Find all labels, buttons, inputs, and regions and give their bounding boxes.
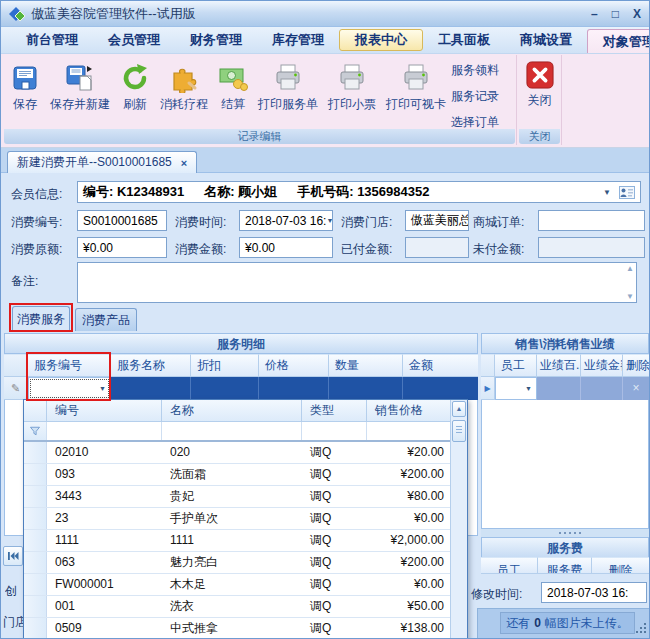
tab-members[interactable]: 会员管理 — [93, 27, 175, 53]
col-perf-percent[interactable]: 业绩百... — [537, 354, 581, 377]
paid-field[interactable] — [405, 237, 469, 258]
tab-mall-settings[interactable]: 商城设置 — [505, 27, 587, 53]
document-tab-bar: 新建消费开单--S0010001685 × — [1, 148, 649, 173]
popup-scrollbar[interactable]: ▲ — [450, 400, 467, 639]
print-receipt-button[interactable]: 打印小票 — [323, 57, 381, 113]
popup-row[interactable]: 02010 020 调Q ¥20.00 — [24, 442, 452, 464]
resize-grip-icon[interactable] — [644, 631, 646, 633]
member-info-field[interactable]: 编号: K12348931 名称: 顾小姐 手机号码: 1356984352 ▼ — [77, 181, 641, 203]
first-record-button[interactable] — [3, 546, 23, 566]
close-form-button[interactable]: 关闭 — [518, 55, 561, 109]
filter-price-cell[interactable] — [367, 422, 452, 440]
remark-textarea[interactable]: ▲ ▼ — [77, 262, 637, 303]
service-grid-title: 服务明细 — [4, 333, 478, 354]
tab-reports[interactable]: 报表中心 — [339, 29, 423, 51]
refresh-button[interactable]: 刷新 — [115, 57, 155, 113]
consume-time-label: 消费时间: — [175, 214, 226, 231]
refresh-icon — [120, 63, 150, 93]
print-service-slip-button[interactable]: 打印服务单 — [253, 57, 323, 113]
service-lookup-popup: 编号 名称 类型 销售价格 02010 020 调Q ¥20.00 09 — [23, 399, 468, 639]
close-window-button[interactable]: X — [633, 6, 641, 22]
order-no-label: 消费编号: — [11, 214, 62, 231]
unpaid-field[interactable] — [538, 237, 645, 258]
col-price[interactable]: 价格 — [259, 354, 329, 377]
print-visual-card-button[interactable]: 打印可视卡 — [381, 57, 451, 113]
popup-row[interactable]: 3443 贵妃 调Q ¥80.00 — [24, 486, 452, 508]
save-and-new-button[interactable]: 保存并新建 — [45, 57, 115, 113]
popup-row[interactable]: 001 洗衣 调Q ¥50.00 — [24, 596, 452, 618]
tab-consume-product[interactable]: 消费产品 — [75, 308, 137, 331]
image-upload-status[interactable]: 还有 0 幅图片未上传。 — [500, 612, 635, 634]
document-tab-close-icon[interactable]: × — [181, 157, 187, 169]
maximize-button[interactable]: □ — [612, 6, 619, 22]
popup-row[interactable]: 093 洗面霜 调Q ¥200.00 — [24, 464, 452, 486]
minimize-button[interactable]: – — [591, 6, 598, 22]
tab-tools[interactable]: 工具面板 — [423, 27, 505, 53]
service-code-editor[interactable]: ▼ — [28, 377, 111, 400]
popup-row[interactable]: 23 手护单次 调Q ¥0.00 — [24, 508, 452, 530]
consume-time-field[interactable]: 2018-07-03 16:▼ — [239, 210, 333, 231]
popup-row[interactable]: 0509 中式推拿 调Q ¥138.00 — [24, 618, 452, 639]
fee-col-employee[interactable]: 员工 — [481, 557, 538, 574]
tab-consume-service[interactable]: 消费服务 — [12, 306, 70, 331]
col-amount[interactable]: 金额 — [403, 354, 478, 377]
member-name-value: 顾小姐 — [238, 184, 277, 199]
service-code-dropdown-icon[interactable]: ▼ — [99, 385, 106, 392]
col-service-code[interactable]: 服务编号 — [28, 354, 111, 377]
amount-field[interactable]: ¥0.00 — [239, 237, 333, 258]
fee-grid-header: 员工 服务费 删除 — [481, 557, 649, 574]
fee-col-service-fee[interactable]: 服务费 — [538, 557, 592, 574]
save-button[interactable]: 保存 — [5, 57, 45, 113]
amount-label: 消费金额: — [175, 241, 226, 258]
tab-object-management[interactable]: 对象管理 — [587, 29, 650, 53]
filter-type-cell[interactable] — [302, 422, 367, 440]
document-tab[interactable]: 新建消费开单--S0010001685 × — [7, 151, 197, 173]
service-record-link[interactable]: 服务记录 — [451, 88, 499, 105]
settle-button[interactable]: 结算 — [213, 57, 253, 113]
col-perf-amount[interactable]: 业绩金额 — [581, 354, 623, 377]
tab-finance[interactable]: 财务管理 — [175, 27, 257, 53]
col-service-name[interactable]: 服务名称 — [111, 354, 191, 377]
orig-amount-field[interactable]: ¥0.00 — [77, 237, 167, 258]
scrollbar-thumb[interactable] — [452, 420, 466, 442]
popup-row[interactable]: 063 魅力亮白 调Q ¥200.00 — [24, 552, 452, 574]
employee-dropdown-icon[interactable]: ▼ — [525, 385, 532, 392]
popup-row[interactable]: 1111 1111 调Q ¥2,000.00 — [24, 530, 452, 552]
scroll-down-icon[interactable]: ▼ — [626, 292, 634, 301]
filter-code-cell[interactable] — [47, 422, 162, 440]
member-no-value: K12348931 — [117, 184, 184, 199]
popup-row[interactable]: FW000001 木木足 调Q ¥0.00 — [24, 574, 452, 596]
delete-row-icon[interactable]: × — [623, 377, 649, 400]
tab-inventory[interactable]: 库存管理 — [257, 27, 339, 53]
ribbon-group-record-edit: 保存 保存并新建 — [3, 55, 517, 145]
mall-order-field[interactable] — [538, 210, 645, 231]
member-dropdown-icon[interactable]: ▼ — [603, 188, 611, 197]
window-title: 傲蓝美容院管理软件--试用版 — [31, 5, 196, 23]
col-delete[interactable]: 删除 — [623, 354, 649, 377]
popup-col-type[interactable]: 类型 — [302, 400, 367, 422]
fee-col-delete[interactable]: 删除 — [592, 557, 649, 574]
consume-course-button[interactable]: 消耗疗程 — [155, 57, 213, 113]
popup-col-price[interactable]: 销售价格 — [367, 400, 452, 422]
app-logo-icon — [9, 6, 25, 22]
title-bar: 傲蓝美容院管理软件--试用版 – □ X — [1, 1, 649, 27]
ribbon: 保存 保存并新建 — [1, 54, 649, 148]
panel-splitter[interactable] — [481, 529, 649, 537]
order-no-field[interactable]: S0010001685 — [77, 210, 167, 231]
service-material-link[interactable]: 服务领料 — [451, 62, 499, 79]
col-qty[interactable]: 数量 — [329, 354, 403, 377]
popup-col-name[interactable]: 名称 — [162, 400, 302, 422]
time-dropdown-icon[interactable]: ▼ — [326, 217, 333, 224]
scrollbar-up-icon[interactable]: ▲ — [452, 401, 466, 417]
modify-time-field[interactable]: 2018-07-03 16: — [541, 582, 647, 603]
col-employee[interactable]: 员工 — [495, 354, 537, 377]
employee-editor[interactable]: ▼ — [495, 377, 537, 400]
popup-filter-row[interactable] — [24, 422, 452, 442]
filter-name-cell[interactable] — [162, 422, 302, 440]
scroll-up-icon[interactable]: ▲ — [626, 264, 634, 273]
col-discount[interactable]: 折扣 — [191, 354, 259, 377]
member-card-icon[interactable] — [619, 186, 635, 199]
tab-front-desk[interactable]: 前台管理 — [11, 27, 93, 53]
store-field[interactable]: 傲蓝美丽总 — [405, 210, 469, 231]
popup-col-code[interactable]: 编号 — [47, 400, 162, 422]
